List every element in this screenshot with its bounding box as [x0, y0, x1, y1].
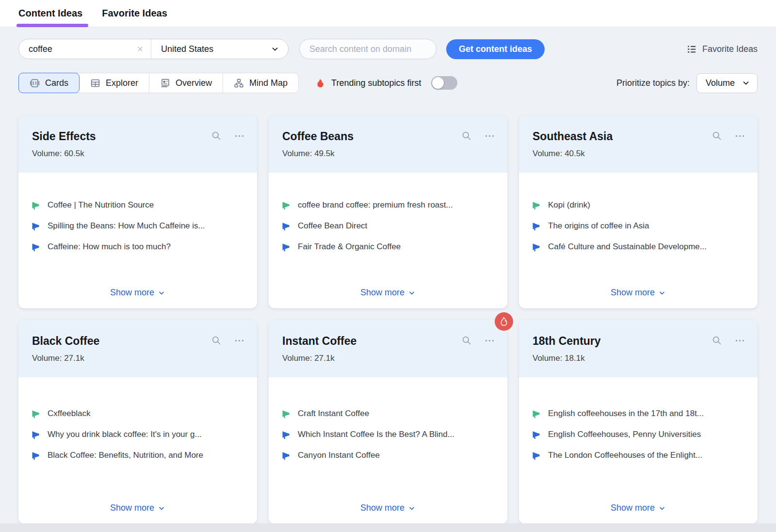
search-row: United States Get content ideas Favorite… [18, 39, 758, 59]
headline-item[interactable]: The London Coffeehouses of the Enlight..… [532, 450, 745, 461]
show-more-button[interactable]: Show more [360, 288, 416, 298]
card-volume: Volume: 27.1k [282, 354, 494, 363]
headline-text: Coffee Bean Direct [298, 221, 367, 231]
headline-text: coffee brand coffee: premium fresh roast… [298, 200, 453, 210]
view-tab-overview[interactable]: Overview [149, 73, 223, 93]
country-select[interactable]: United States [151, 39, 288, 59]
get-content-ideas-button[interactable]: Get content ideas [446, 39, 545, 59]
headline-item[interactable]: Canyon Instant Coffee [281, 450, 495, 461]
cards-icon [30, 78, 40, 88]
topic-card-instant-coffee: Instant Coffee Volume: 27.1k Craft Insta… [269, 320, 507, 524]
megaphone-icon [532, 242, 541, 252]
card-menu-icon[interactable] [234, 336, 244, 346]
card-menu-icon[interactable] [485, 131, 495, 141]
headline-item[interactable]: Why you drink black coffee: It's in your… [31, 429, 244, 440]
headline-item[interactable]: Fair Trade & Organic Coffee [281, 242, 495, 252]
headline-item[interactable]: Black Coffee: Benefits, Nutrition, and M… [31, 450, 244, 461]
show-more-label: Show more [611, 288, 655, 298]
card-search-icon[interactable] [712, 131, 722, 141]
headline-item[interactable]: Craft Instant Coffee [281, 408, 495, 419]
headline-item[interactable]: Café Culture and Sustainable Developme..… [532, 242, 745, 252]
headline-item[interactable]: Kopi (drink) [532, 200, 745, 210]
flame-icon [315, 78, 325, 88]
card-search-icon[interactable] [211, 336, 222, 346]
active-tab-underline [16, 24, 88, 27]
card-search-icon[interactable] [462, 131, 472, 141]
headline-item[interactable]: Coffee | The Nutrition Source [31, 200, 244, 210]
view-tab-explorer[interactable]: Explorer [80, 73, 149, 93]
headline-text: Kopi (drink) [548, 200, 590, 210]
domain-search-input[interactable] [299, 39, 436, 59]
headline-text: Why you drink black coffee: It's in your… [48, 429, 202, 440]
headline-text: Which Instant Coffee Is the Best? A Blin… [298, 429, 454, 440]
show-more-label: Show more [360, 503, 404, 513]
card-volume: Volume: 49.5k [282, 149, 494, 159]
megaphone-icon [31, 242, 41, 252]
megaphone-icon [31, 221, 41, 231]
headline-list: Coffee | The Nutrition Source Spilling t… [18, 173, 257, 262]
topic-card-black-coffee: Black Coffee Volume: 27.1k Cxffeeblack W… [18, 320, 257, 524]
keyword-input[interactable] [29, 44, 136, 54]
headline-text: Café Culture and Sustainable Developme..… [548, 242, 707, 252]
show-more-button[interactable]: Show more [110, 288, 165, 298]
trending-toggle[interactable] [431, 76, 457, 90]
headline-text: The London Coffeehouses of the Enlight..… [548, 450, 702, 461]
tab-content-ideas[interactable]: Content Ideas [18, 0, 82, 27]
headline-item[interactable]: Spilling the Beans: How Much Caffeine is… [31, 221, 244, 231]
headline-list: Kopi (drink) The origins of coffee in As… [519, 173, 758, 262]
megaphone-icon [532, 200, 541, 210]
tab-content-ideas-label: Content Ideas [18, 8, 82, 19]
overview-icon [160, 78, 170, 88]
show-more-label: Show more [360, 288, 404, 298]
headline-item[interactable]: The origins of coffee in Asia [532, 221, 745, 231]
megaphone-icon [281, 221, 291, 231]
tab-favorite-ideas[interactable]: Favorite Ideas [102, 0, 167, 27]
prioritize-select[interactable]: Volume [696, 73, 758, 93]
headline-item[interactable]: Coffee Bean Direct [281, 221, 495, 231]
card-header: Southeast Asia Volume: 40.5k [519, 115, 758, 173]
headline-item[interactable]: English Coffeehouses, Penny Universities [532, 429, 745, 440]
headline-list: English coffeehouses in the 17th and 18t… [519, 377, 758, 471]
card-search-icon[interactable] [712, 336, 722, 346]
view-tab-cards[interactable]: Cards [18, 73, 80, 93]
megaphone-icon [31, 200, 41, 210]
show-more-button[interactable]: Show more [360, 503, 416, 513]
card-header: 18th Century Volume: 18.1k [519, 320, 758, 377]
show-more-button[interactable]: Show more [611, 288, 666, 298]
headline-text: Craft Instant Coffee [298, 408, 369, 419]
headline-text: Spilling the Beans: How Much Caffeine is… [48, 221, 205, 231]
megaphone-icon [281, 430, 291, 439]
mindmap-icon [234, 78, 244, 88]
show-more-button[interactable]: Show more [611, 503, 666, 513]
megaphone-icon [281, 200, 291, 210]
card-menu-icon[interactable] [234, 131, 244, 141]
chevron-down-icon [158, 504, 165, 512]
list-icon [687, 44, 697, 54]
prioritize-group: Prioritize topics by: Volume [616, 73, 758, 93]
headline-item[interactable]: Cxffeeblack [31, 408, 244, 419]
show-more-button[interactable]: Show more [110, 503, 165, 513]
topic-card-side-effects: Side Effects Volume: 60.5k Coffee | The … [18, 115, 257, 308]
card-menu-icon[interactable] [485, 336, 495, 346]
view-switcher: Cards Explorer Overview Mind Map [18, 73, 299, 93]
card-search-icon[interactable] [211, 131, 222, 141]
clear-keyword-icon[interactable] [136, 45, 144, 53]
trending-badge [495, 312, 513, 331]
view-tab-mindmap[interactable]: Mind Map [223, 73, 298, 93]
chevron-down-icon [742, 79, 750, 87]
headline-item[interactable]: coffee brand coffee: premium fresh roast… [281, 200, 495, 210]
headline-item[interactable]: Caffeine: How much is too much? [31, 242, 244, 252]
headline-text: Caffeine: How much is too much? [48, 242, 171, 252]
topic-card-18th-century: 18th Century Volume: 18.1k English coffe… [519, 320, 758, 524]
card-header: Instant Coffee Volume: 27.1k [269, 320, 507, 377]
card-menu-icon[interactable] [735, 336, 745, 346]
headline-item[interactable]: Which Instant Coffee Is the Best? A Blin… [281, 429, 495, 440]
headline-list: Craft Instant Coffee Which Instant Coffe… [269, 377, 507, 471]
headline-item[interactable]: English coffeehouses in the 17th and 18t… [532, 408, 745, 419]
card-volume: Volume: 27.1k [32, 354, 243, 363]
tab-favorite-ideas-label: Favorite Ideas [102, 8, 167, 19]
card-menu-icon[interactable] [735, 131, 745, 141]
megaphone-icon [281, 409, 291, 419]
favorite-ideas-link[interactable]: Favorite Ideas [687, 44, 758, 54]
card-search-icon[interactable] [462, 336, 472, 346]
